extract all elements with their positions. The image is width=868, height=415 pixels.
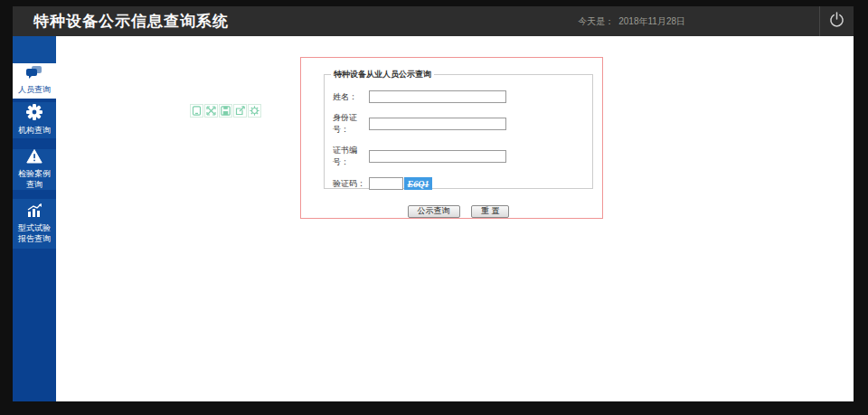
current-date: 今天是： 2018年11月28日: [578, 6, 685, 36]
captcha-input[interactable]: [369, 177, 403, 190]
settings-icon[interactable]: [248, 104, 261, 118]
certificate-number-input[interactable]: [369, 150, 506, 163]
export-icon[interactable]: [233, 104, 247, 118]
id-number-input[interactable]: [369, 118, 506, 130]
form-row-certificate-number: 证书编号：: [333, 145, 592, 168]
sidebar-item-label: 人员查询: [18, 85, 51, 95]
sidebar-item-type-test-report-query[interactable]: 型式试验报告查询: [13, 199, 56, 249]
sidebar-item-label: 机构查询: [18, 126, 51, 136]
logout-button[interactable]: [819, 6, 854, 36]
form-row-id-number: 身份证号：: [333, 112, 592, 136]
sidebar-top-block: [13, 36, 56, 63]
app-window: 特种设备公示信息查询系统 今天是： 2018年11月28日: [0, 0, 868, 415]
sidebar-item-organization-query[interactable]: 机构查询: [13, 102, 56, 138]
captcha-image[interactable]: E6Q1: [404, 177, 432, 190]
header-bar: 特种设备公示信息查询系统 今天是： 2018年11月28日: [13, 6, 854, 36]
gear-icon: [26, 104, 42, 124]
certificate-number-label: 证书编号：: [333, 145, 369, 168]
sidebar-nav: 人员查询 机构查询: [13, 36, 56, 401]
device-icon[interactable]: [190, 104, 203, 118]
sidebar-item-inspection-case-query[interactable]: 检验案例查询: [13, 149, 56, 190]
date-label: 今天是：: [578, 15, 614, 28]
sidebar-item-personnel-query[interactable]: 人员查询: [13, 63, 56, 99]
captcha-label: 验证码：: [333, 178, 369, 190]
content-panel: 人员查询 机构查询: [13, 36, 854, 401]
mini-toolbar: [190, 104, 261, 118]
form-row-name: 姓名：: [333, 90, 592, 103]
page-title: 特种设备公示信息查询系统: [13, 11, 229, 32]
query-button[interactable]: 公示查询: [408, 205, 460, 218]
id-number-label: 身份证号：: [333, 112, 369, 136]
reset-button[interactable]: 重 置: [471, 205, 510, 218]
sidebar-item-label: 检验案例查询: [15, 169, 53, 190]
expand-icon[interactable]: [204, 104, 218, 118]
personnel-query-fieldset: 特种设备从业人员公示查询 姓名： 身份证号： 证书编号： 验证码： E6Q1: [324, 69, 593, 189]
date-value: 2018年11月28日: [618, 15, 685, 28]
sidebar-item-label: 型式试验报告查询: [15, 223, 53, 244]
form-buttons-row: 公示查询 重 置: [325, 201, 592, 218]
name-label: 姓名：: [333, 91, 369, 103]
chat-icon: [26, 66, 42, 83]
query-form-container: 特种设备从业人员公示查询 姓名： 身份证号： 证书编号： 验证码： E6Q1: [300, 57, 603, 219]
fieldset-legend: 特种设备从业人员公示查询: [331, 69, 434, 80]
name-input[interactable]: [369, 90, 506, 103]
save-icon[interactable]: [219, 104, 232, 118]
form-row-captcha: 验证码： E6Q1: [333, 177, 592, 190]
chart-icon: [26, 203, 42, 222]
warning-icon: [26, 149, 42, 167]
power-icon: [828, 11, 845, 32]
